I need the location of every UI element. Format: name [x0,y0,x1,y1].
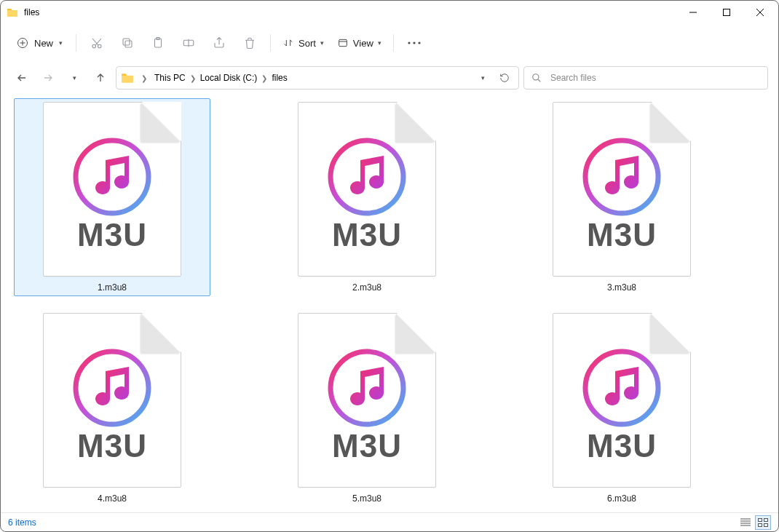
chevron-right-icon: ❯ [140,74,149,82]
divider [270,34,271,52]
more-button[interactable] [400,30,429,56]
search-icon [531,73,542,83]
file-thumbnail: M3U [43,313,181,488]
file-type-label: M3U [332,428,402,464]
svg-point-11 [413,41,415,44]
share-button[interactable] [205,30,234,56]
file-thumbnail: M3U [553,313,691,488]
page-fold-icon [651,314,690,353]
sort-label: Sort [298,38,316,49]
forward-button[interactable] [37,67,59,89]
svg-point-3 [98,44,102,48]
up-button[interactable] [90,67,111,89]
svg-point-13 [533,74,539,80]
chevron-down-icon: ▾ [320,39,324,47]
file-thumbnail: M3U [298,313,436,488]
toolbar: New ▾ Sort ▾ View ▾ [1,24,778,62]
svg-rect-23 [764,523,768,526]
page-fold-icon [651,103,690,142]
chevron-down-icon: ▾ [59,39,63,47]
new-button[interactable]: New ▾ [9,33,70,53]
status-item-count: 6 items [8,517,36,528]
back-button[interactable] [11,67,33,89]
file-item[interactable]: M3U 3.m3u8 [523,98,720,296]
page-fold-icon [141,314,181,353]
file-thumbnail: M3U [553,102,691,277]
music-icon [582,137,662,217]
svg-point-2 [92,44,96,48]
copy-button[interactable] [113,30,142,56]
chevron-right-icon: ❯ [260,74,269,82]
paste-button[interactable] [143,30,173,56]
file-item[interactable]: M3U 6.m3u8 [523,309,720,507]
sort-icon [282,37,294,49]
recent-button[interactable]: ▾ [63,67,85,89]
file-item[interactable]: M3U 2.m3u8 [269,98,465,296]
close-button[interactable] [743,1,777,24]
page-fold-icon [141,103,181,142]
file-name: 3.m3u8 [607,282,636,293]
address-row: ▾ ❯ This PC❯Local Disk (C:)❯files ▾ [1,62,778,94]
svg-rect-5 [123,39,130,45]
delete-button[interactable] [235,30,264,56]
svg-rect-0 [724,9,730,16]
minimize-button[interactable] [676,1,710,24]
music-icon [582,348,662,428]
status-bar: 6 items [1,512,778,531]
chevron-right-icon: ❯ [189,74,197,82]
file-area[interactable]: M3U 1.m3u8 M3U 2.m3u8 M3U 3.m3u8 M3U 4.m… [1,94,778,512]
file-name: 6.m3u8 [607,493,636,504]
breadcrumb-segment[interactable]: files [269,71,290,84]
page-fold-icon [396,103,435,142]
refresh-button[interactable] [495,68,514,87]
file-type-label: M3U [587,428,657,464]
svg-point-14 [76,140,149,213]
details-view-button[interactable] [738,515,754,530]
breadcrumb-segment[interactable]: This PC [151,71,189,84]
file-name: 2.m3u8 [352,282,381,293]
file-type-label: M3U [77,217,147,253]
folder-icon [7,7,18,18]
file-type-label: M3U [587,217,657,253]
cut-button[interactable] [82,30,111,56]
maximize-button[interactable] [710,1,743,24]
music-icon [72,137,152,217]
divider [76,34,76,52]
svg-point-12 [418,41,420,44]
svg-point-18 [331,352,403,424]
music-icon [327,348,407,428]
divider [393,34,394,52]
search-input[interactable] [549,72,760,84]
page-fold-icon [396,314,435,353]
folder-icon [121,71,134,84]
search-box[interactable] [523,66,768,90]
svg-point-19 [585,352,658,424]
rename-button[interactable] [174,30,203,56]
thumbnails-view-button[interactable] [755,515,771,530]
address-dropdown[interactable]: ▾ [473,68,492,87]
file-item[interactable]: M3U 1.m3u8 [14,98,210,296]
svg-point-16 [585,140,658,213]
music-icon [72,348,152,428]
svg-point-17 [76,352,149,424]
music-icon [327,137,407,217]
file-item[interactable]: M3U 5.m3u8 [269,309,465,507]
svg-point-10 [408,41,410,44]
svg-rect-22 [759,523,762,526]
chevron-down-icon: ▾ [378,39,381,47]
file-item[interactable]: M3U 4.m3u8 [14,309,210,507]
plus-circle-icon [17,37,28,49]
svg-rect-4 [125,41,132,47]
view-button[interactable]: View ▾ [331,33,387,53]
svg-rect-9 [339,39,347,46]
sort-button[interactable]: Sort ▾ [277,33,330,53]
view-label: View [353,38,373,49]
file-name: 5.m3u8 [352,493,381,504]
svg-rect-21 [764,518,768,521]
file-name: 4.m3u8 [98,493,127,504]
breadcrumb-segment[interactable]: Local Disk (C:) [197,71,261,84]
address-bar[interactable]: ❯ This PC❯Local Disk (C:)❯files ▾ [116,66,519,90]
file-type-label: M3U [77,428,147,464]
svg-point-15 [331,140,403,213]
view-icon [337,37,349,49]
